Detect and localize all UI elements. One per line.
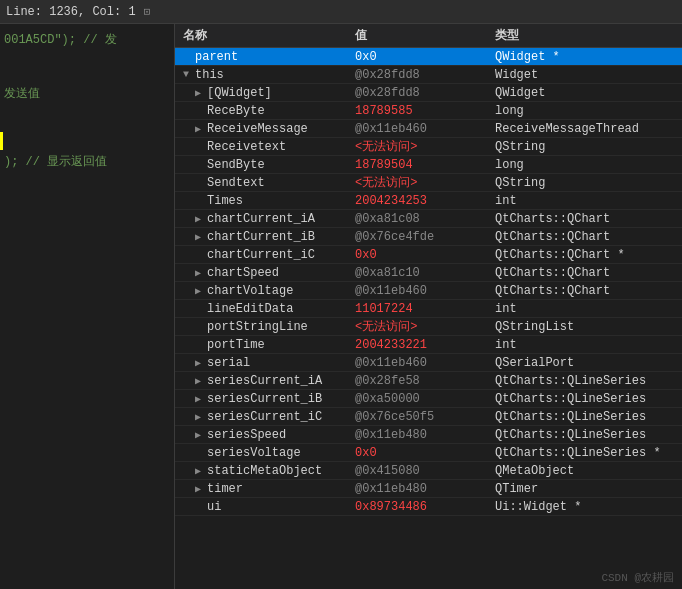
- name-cell: ui: [175, 500, 355, 514]
- expand-arrow[interactable]: [195, 357, 205, 369]
- value-cell: @0x76ce50f5: [355, 410, 495, 424]
- table-row[interactable]: chartCurrent_iC0x0QtCharts::QChart *: [175, 246, 682, 264]
- header-value: 值: [355, 27, 495, 44]
- name-cell: serial: [175, 356, 355, 370]
- table-row[interactable]: seriesCurrent_iC@0x76ce50f5QtCharts::QLi…: [175, 408, 682, 426]
- value-cell: 0x89734486: [355, 500, 495, 514]
- expand-arrow[interactable]: [195, 375, 205, 387]
- type-cell: QString: [495, 140, 682, 154]
- table-row[interactable]: [QWidget]@0x28fdd8QWidget: [175, 84, 682, 102]
- expand-arrow[interactable]: [195, 429, 205, 441]
- row-name-text: portStringLine: [207, 320, 308, 334]
- code-line-3: ); // 显示返回值: [0, 152, 174, 170]
- row-name-text: chartCurrent_iB: [207, 230, 315, 244]
- value-cell: @0xa50000: [355, 392, 495, 406]
- type-cell: QtCharts::QLineSeries: [495, 410, 682, 424]
- value-cell: @0x11eb480: [355, 428, 495, 442]
- table-row[interactable]: seriesCurrent_iA@0x28fe58QtCharts::QLine…: [175, 372, 682, 390]
- value-cell: 2004234253: [355, 194, 495, 208]
- row-name-text: portTime: [207, 338, 265, 352]
- type-cell: int: [495, 338, 682, 352]
- code-text-1: 001A5CD"); // 发: [4, 31, 117, 48]
- expand-arrow[interactable]: [195, 411, 205, 423]
- yellow-indicator-area: [0, 102, 174, 152]
- table-row[interactable]: chartSpeed@0xa81c10QtCharts::QChart: [175, 264, 682, 282]
- type-cell: int: [495, 194, 682, 208]
- name-cell: lineEditData: [175, 302, 355, 316]
- name-cell: chartCurrent_iA: [175, 212, 355, 226]
- table-row[interactable]: serial@0x11eb460QSerialPort: [175, 354, 682, 372]
- table-row[interactable]: Receivetext<无法访问>QString: [175, 138, 682, 156]
- table-row[interactable]: portTime2004233221int: [175, 336, 682, 354]
- expand-arrow[interactable]: [195, 483, 205, 495]
- name-cell: SendByte: [175, 158, 355, 172]
- type-cell: QMetaObject: [495, 464, 682, 478]
- table-row[interactable]: staticMetaObject@0x415080QMetaObject: [175, 462, 682, 480]
- row-name-text: SendByte: [207, 158, 265, 172]
- table-row[interactable]: ui0x89734486Ui::Widget *: [175, 498, 682, 516]
- row-name-text: lineEditData: [207, 302, 293, 316]
- value-cell: @0x11eb460: [355, 356, 495, 370]
- table-header: 名称 值 类型: [175, 24, 682, 48]
- expand-arrow[interactable]: [195, 231, 205, 243]
- type-cell: Ui::Widget *: [495, 500, 682, 514]
- table-row[interactable]: seriesSpeed@0x11eb480QtCharts::QLineSeri…: [175, 426, 682, 444]
- table-row[interactable]: this@0x28fdd8Widget: [175, 66, 682, 84]
- name-cell: ReceiveMessage: [175, 122, 355, 136]
- type-cell: QStringList: [495, 320, 682, 334]
- table-row[interactable]: SendByte18789504long: [175, 156, 682, 174]
- expand-arrow[interactable]: [195, 285, 205, 297]
- value-cell: <无法访问>: [355, 174, 495, 191]
- expand-arrow[interactable]: [195, 87, 205, 99]
- name-cell: seriesSpeed: [175, 428, 355, 442]
- table-body[interactable]: parent0x0QWidget *this@0x28fdd8Widget[QW…: [175, 48, 682, 589]
- value-cell: @0x28fe58: [355, 374, 495, 388]
- name-cell: Sendtext: [175, 176, 355, 190]
- table-row[interactable]: lineEditData11017224int: [175, 300, 682, 318]
- table-row[interactable]: parent0x0QWidget *: [175, 48, 682, 66]
- row-name-text: serial: [207, 356, 250, 370]
- row-name-text: chartCurrent_iA: [207, 212, 315, 226]
- table-row[interactable]: seriesVoltage0x0QtCharts::QLineSeries *: [175, 444, 682, 462]
- value-cell: @0x11eb480: [355, 482, 495, 496]
- value-cell: 0x0: [355, 50, 495, 64]
- table-row[interactable]: ReceiveMessage@0x11eb460ReceiveMessageTh…: [175, 120, 682, 138]
- table-row[interactable]: Sendtext<无法访问>QString: [175, 174, 682, 192]
- type-cell: long: [495, 104, 682, 118]
- table-row[interactable]: seriesCurrent_iB@0xa50000QtCharts::QLine…: [175, 390, 682, 408]
- table-row[interactable]: timer@0x11eb480QTimer: [175, 480, 682, 498]
- table-row[interactable]: Times2004234253int: [175, 192, 682, 210]
- row-name-text: chartVoltage: [207, 284, 293, 298]
- expand-arrow[interactable]: [195, 123, 205, 135]
- value-cell: 18789504: [355, 158, 495, 172]
- expand-arrow[interactable]: [195, 267, 205, 279]
- value-cell: @0x415080: [355, 464, 495, 478]
- value-cell: @0x76ce4fde: [355, 230, 495, 244]
- type-cell: QString: [495, 176, 682, 190]
- row-name-text: seriesVoltage: [207, 446, 301, 460]
- value-cell: 2004233221: [355, 338, 495, 352]
- name-cell: seriesVoltage: [175, 446, 355, 460]
- name-cell: chartCurrent_iC: [175, 248, 355, 262]
- expand-arrow[interactable]: [195, 393, 205, 405]
- name-cell: timer: [175, 482, 355, 496]
- row-name-text: [QWidget]: [207, 86, 272, 100]
- expand-arrow[interactable]: [195, 213, 205, 225]
- table-row[interactable]: portStringLine<无法访问>QStringList: [175, 318, 682, 336]
- table-row[interactable]: chartCurrent_iB@0x76ce4fdeQtCharts::QCha…: [175, 228, 682, 246]
- code-line-2: 发送值: [0, 84, 174, 102]
- expand-arrow[interactable]: [183, 69, 193, 80]
- type-cell: QtCharts::QChart: [495, 212, 682, 226]
- name-cell: ReceByte: [175, 104, 355, 118]
- table-row[interactable]: ReceByte18789585long: [175, 102, 682, 120]
- row-name-text: ReceiveMessage: [207, 122, 308, 136]
- row-name-text: Sendtext: [207, 176, 265, 190]
- type-cell: QWidget *: [495, 50, 682, 64]
- table-row[interactable]: chartCurrent_iA@0xa81c08QtCharts::QChart: [175, 210, 682, 228]
- header-name: 名称: [175, 27, 355, 44]
- type-cell: QSerialPort: [495, 356, 682, 370]
- row-name-text: seriesCurrent_iB: [207, 392, 322, 406]
- table-row[interactable]: chartVoltage@0x11eb460QtCharts::QChart: [175, 282, 682, 300]
- expand-arrow[interactable]: [195, 465, 205, 477]
- code-line-1: 001A5CD"); // 发: [0, 30, 174, 48]
